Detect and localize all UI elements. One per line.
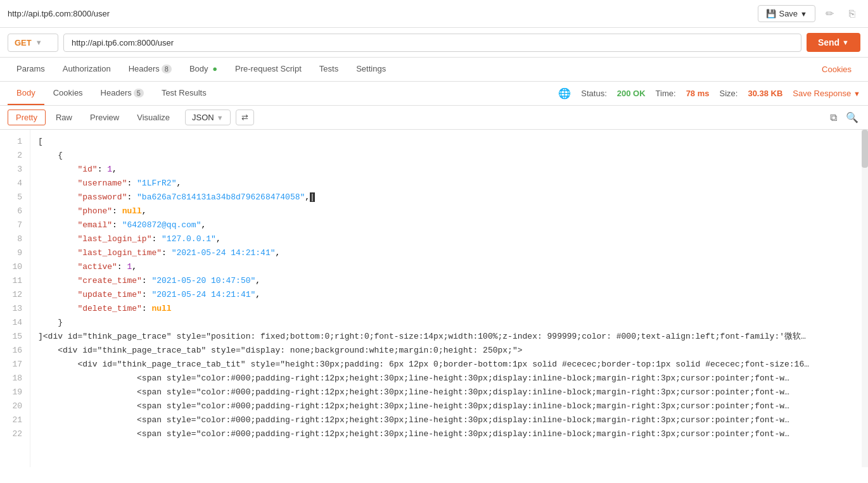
tab-headers[interactable]: Headers8: [120, 58, 181, 81]
line-number: 9: [5, 246, 22, 260]
search-icon[interactable]: 🔍: [844, 110, 860, 125]
format-bar-right: ⧉ 🔍: [828, 110, 860, 125]
scrollbar-thumb[interactable]: [862, 130, 868, 168]
fork-icon-button[interactable]: ⎘: [844, 5, 860, 23]
line-number: 22: [5, 427, 22, 441]
time-label: Time:: [656, 89, 676, 98]
tab-settings[interactable]: Settings: [347, 58, 395, 81]
edit-icon-button[interactable]: ✏: [820, 4, 839, 23]
code-line: "email": "6420872@qq.com",: [38, 218, 860, 232]
line-number: 2: [5, 149, 22, 163]
response-tabs: Body Cookies Headers5 Test Results 🌐 Sta…: [0, 82, 868, 106]
code-line: <span style="color:#000;padding-right:12…: [38, 413, 860, 427]
tab-body-label: Body: [189, 64, 208, 73]
send-label: Send: [818, 37, 839, 47]
code-line: "username": "1LFrR2",: [38, 177, 860, 191]
format-bar: Pretty Raw Preview Visualize JSON ▼ ⇄ ⧉ …: [0, 106, 868, 130]
send-button[interactable]: Send ▼: [807, 33, 860, 52]
req-tabs-left: Params Authorization Headers8 Body ● Pre…: [8, 58, 395, 81]
line-number: 18: [5, 372, 22, 386]
code-line: }: [38, 316, 860, 330]
code-line: {: [38, 149, 860, 163]
time-value: 78 ms: [686, 89, 710, 98]
tab-pre-request[interactable]: Pre-request Script: [226, 58, 310, 81]
code-line: "password": "ba626a7c814131a34b8d7962684…: [38, 191, 860, 204]
code-line: ]<div id="think_page_trace" style="posit…: [38, 330, 860, 344]
json-format-dropdown-icon: ▼: [217, 114, 224, 122]
line-number: 6: [5, 204, 22, 218]
tab-params[interactable]: Params: [8, 58, 54, 81]
save-dropdown-icon: ▼: [800, 10, 807, 18]
request-tabs: Params Authorization Headers8 Body ● Pre…: [0, 58, 868, 82]
resp-tabs-left: Body Cookies Headers5 Test Results: [8, 82, 215, 105]
line-number: 15: [5, 330, 22, 344]
line-number: 14: [5, 316, 22, 330]
line-number: 8: [5, 232, 22, 246]
code-area: 12345678910111213141516171819202122 [ { …: [0, 130, 868, 467]
code-line: "active": 1,: [38, 260, 860, 274]
code-line: <span style="color:#000;padding-right:12…: [38, 372, 860, 386]
body-dot: ●: [210, 64, 217, 73]
json-format-label: JSON: [192, 113, 214, 122]
code-content[interactable]: [ { "id": 1, "username": "1LFrR2", "pass…: [30, 130, 868, 467]
code-line: <span style="color:#000;padding-right:12…: [38, 399, 860, 413]
resp-tab-cookies[interactable]: Cookies: [44, 82, 92, 105]
code-line: "id": 1,: [38, 163, 860, 177]
headers-badge: 8: [162, 65, 172, 73]
size-value: 30.38 KB: [748, 89, 782, 98]
line-number: 10: [5, 260, 22, 274]
cookies-link[interactable]: Cookies: [813, 58, 860, 80]
save-button[interactable]: 💾 Save ▼: [758, 5, 815, 22]
line-number: 4: [5, 177, 22, 191]
line-number: 20: [5, 399, 22, 413]
resp-tab-test-results[interactable]: Test Results: [153, 82, 215, 105]
code-line: "update_time": "2021-05-24 14:21:41",: [38, 288, 860, 302]
save-response-label: Save Response: [793, 89, 851, 98]
code-line: [: [38, 135, 860, 149]
status-value: 200 OK: [617, 89, 646, 98]
method-text: GET: [15, 38, 32, 47]
resp-meta: 🌐 Status: 200 OK Time: 78 ms Size: 30.38…: [558, 87, 860, 99]
code-line: <span style="color:#000;padding-right:12…: [38, 386, 860, 399]
send-dropdown-icon: ▼: [842, 39, 849, 46]
line-number: 3: [5, 163, 22, 177]
tab-headers-label: Headers: [129, 64, 160, 73]
url-input[interactable]: [63, 34, 801, 52]
view-visualize-button[interactable]: Visualize: [129, 110, 177, 125]
wrap-button[interactable]: ⇄: [236, 110, 254, 125]
request-bar: GET ▼ Send ▼: [0, 28, 868, 58]
line-number: 13: [5, 302, 22, 316]
view-preview-button[interactable]: Preview: [82, 110, 127, 125]
size-label: Size:: [720, 89, 738, 98]
save-label: Save: [779, 9, 798, 18]
method-dropdown-icon: ▼: [35, 39, 42, 46]
globe-icon: 🌐: [558, 87, 571, 99]
top-bar-url: http://api.tp6.com:8000/user: [8, 9, 110, 18]
view-raw-button[interactable]: Raw: [48, 110, 80, 125]
tab-authorization[interactable]: Authorization: [54, 58, 120, 81]
code-line: "phone": null,: [38, 204, 860, 218]
code-line: "create_time": "2021-05-20 10:47:50",: [38, 274, 860, 288]
status-label: Status:: [581, 89, 606, 98]
line-number: 5: [5, 191, 22, 204]
top-bar-actions: 💾 Save ▼ ✏ ⎘: [758, 4, 860, 23]
code-line: <div id="think_page_trace_tab" style="di…: [38, 344, 860, 358]
resp-tab-headers[interactable]: Headers5: [92, 82, 153, 105]
format-bar-left: Pretty Raw Preview Visualize JSON ▼ ⇄: [8, 110, 254, 125]
resp-headers-label: Headers: [101, 88, 132, 97]
code-line: "last_login_time": "2021-05-24 14:21:41"…: [38, 246, 860, 260]
save-response-button[interactable]: Save Response ▼: [793, 89, 860, 98]
scrollbar-track[interactable]: [862, 130, 868, 467]
code-line: "delete_time": null: [38, 302, 860, 316]
line-number: 16: [5, 344, 22, 358]
tab-tests[interactable]: Tests: [310, 58, 347, 81]
view-pretty-button[interactable]: Pretty: [8, 110, 46, 125]
resp-headers-badge: 5: [134, 89, 144, 97]
save-icon: 💾: [766, 9, 776, 18]
json-format-select[interactable]: JSON ▼: [185, 110, 231, 125]
tab-body[interactable]: Body ●: [181, 58, 226, 81]
copy-icon[interactable]: ⧉: [828, 110, 839, 125]
resp-tab-body[interactable]: Body: [8, 82, 44, 105]
method-select[interactable]: GET ▼: [8, 34, 58, 52]
save-response-dropdown-icon: ▼: [853, 90, 860, 97]
